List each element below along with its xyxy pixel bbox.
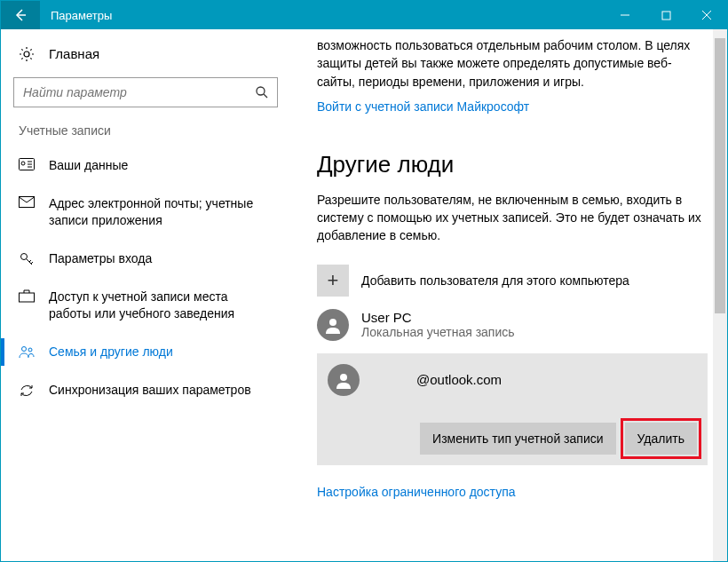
add-user-label: Добавить пользователя для этого компьюте… — [361, 273, 629, 288]
add-user-row[interactable]: + Добавить пользователя для этого компью… — [317, 265, 708, 297]
svg-point-21 — [28, 348, 32, 352]
minimize-button[interactable] — [605, 1, 645, 29]
people-icon — [19, 344, 35, 359]
search-input[interactable] — [13, 77, 278, 107]
minimize-icon — [620, 10, 630, 20]
titlebar: Параметры — [1, 1, 727, 29]
sidebar-item-work-access[interactable]: Доступ к учетной записи места работы или… — [1, 278, 290, 333]
close-icon — [701, 10, 712, 20]
key-icon — [19, 251, 35, 267]
sidebar-item-label: Синхронизация ваших параметров — [49, 382, 251, 399]
svg-line-11 — [264, 94, 267, 98]
sync-icon — [19, 383, 35, 399]
user-row-1[interactable]: User PC Локальная учетная запись — [317, 309, 708, 341]
sidebar-item-email[interactable]: Адрес электронной почты; учетные записи … — [1, 185, 290, 240]
svg-rect-19 — [20, 293, 35, 302]
sidebar-item-label: Адрес электронной почты; учетные записи … — [49, 195, 273, 229]
svg-point-10 — [257, 87, 265, 95]
delete-user-button[interactable]: Удалить — [625, 423, 697, 455]
family-intro-text: возможность пользоваться отдельным рабоч… — [317, 36, 708, 91]
mail-icon — [19, 196, 35, 208]
microsoft-signin-link[interactable]: Войти с учетной записи Майкрософт — [317, 99, 529, 114]
user-type: Локальная учетная запись — [361, 325, 515, 339]
search-icon — [255, 85, 269, 99]
svg-point-23 — [340, 374, 347, 381]
back-button[interactable] — [1, 1, 40, 29]
svg-point-1 — [24, 51, 29, 57]
sidebar-item-label: Параметры входа — [49, 250, 152, 267]
user-row-2-selected[interactable]: @outlook.com Изменить тип учетной записи… — [317, 353, 708, 465]
sidebar-item-your-info[interactable]: Ваши данные — [1, 146, 290, 185]
window-body: Главная Учетные записи Ваши данные А — [1, 29, 727, 561]
sidebar-item-signin-options[interactable]: Параметры входа — [1, 240, 290, 278]
home-link[interactable]: Главная — [1, 45, 290, 77]
change-account-type-button[interactable]: Изменить тип учетной записи — [420, 423, 615, 455]
id-card-icon — [19, 158, 35, 170]
maximize-button[interactable] — [645, 1, 686, 29]
svg-rect-0 — [662, 12, 670, 20]
sidebar-item-label: Ваши данные — [49, 157, 128, 174]
svg-point-20 — [22, 346, 27, 351]
sidebar: Главная Учетные записи Ваши данные А — [1, 29, 290, 561]
section-label: Учетные записи — [1, 123, 290, 146]
other-people-heading: Другие люди — [317, 151, 708, 178]
window-title: Параметры — [40, 9, 605, 22]
home-label: Главная — [49, 45, 99, 63]
search-wrap — [13, 77, 278, 107]
svg-line-8 — [21, 58, 22, 59]
restricted-access-link[interactable]: Настройка ограниченного доступа — [317, 485, 516, 499]
settings-window: Параметры Главная Учетны — [0, 0, 728, 562]
plus-icon: + — [317, 265, 349, 297]
avatar-icon — [328, 364, 360, 396]
svg-line-9 — [30, 49, 31, 50]
sidebar-item-sync[interactable]: Синхронизация ваших параметров — [1, 371, 290, 409]
avatar-icon — [317, 309, 349, 341]
sidebar-item-family[interactable]: Семья и другие люди — [1, 333, 290, 371]
svg-point-18 — [21, 253, 28, 259]
user-info: User PC Локальная учетная запись — [361, 310, 515, 339]
sidebar-item-label: Доступ к учетной записи места работы или… — [49, 289, 273, 322]
scrollbar[interactable] — [713, 29, 727, 561]
sidebar-item-label: Семья и другие люди — [49, 344, 173, 360]
other-people-description: Разрешите пользователям, не включенным в… — [317, 191, 708, 245]
maximize-icon — [661, 11, 671, 20]
briefcase-icon — [19, 289, 35, 303]
arrow-left-icon — [13, 8, 28, 22]
svg-line-7 — [30, 58, 31, 59]
user-name: User PC — [361, 310, 515, 325]
scrollbar-thumb[interactable] — [715, 38, 725, 313]
user-info: @outlook.com — [372, 372, 502, 387]
content-area: возможность пользоваться отдельным рабоч… — [290, 29, 727, 561]
close-button[interactable] — [686, 1, 727, 29]
gear-icon — [19, 46, 35, 62]
svg-point-13 — [21, 162, 25, 165]
svg-line-6 — [21, 49, 22, 50]
svg-point-22 — [329, 319, 336, 326]
user-email: @outlook.com — [416, 372, 502, 387]
